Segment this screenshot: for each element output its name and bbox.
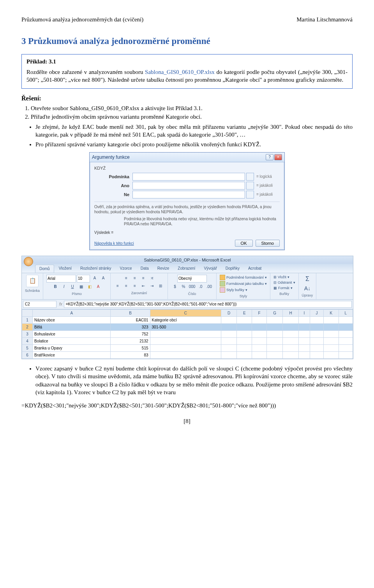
cell[interactable] — [266, 352, 283, 359]
cancel-button[interactable]: Storno — [256, 240, 280, 247]
cell[interactable] — [150, 352, 221, 359]
ribbon-tab-rozložení stránky[interactable]: Rozložení stránky — [76, 265, 115, 273]
col-header-G[interactable]: G — [266, 310, 283, 317]
delete-cells-label[interactable]: Odstranit — [278, 280, 292, 285]
col-header-F[interactable]: F — [252, 310, 267, 317]
font-size-select[interactable] — [77, 275, 90, 283]
cell[interactable] — [283, 331, 298, 338]
cell[interactable] — [298, 317, 310, 324]
format-table-label[interactable]: Formátovat jako tabulku — [226, 281, 264, 286]
cell[interactable] — [283, 324, 298, 331]
cell[interactable] — [266, 331, 283, 338]
cell[interactable]: 2132 — [111, 338, 150, 345]
thousands-icon[interactable]: 000 — [188, 283, 196, 290]
cell-styles-icon[interactable] — [220, 287, 225, 293]
cell[interactable]: 752 — [111, 331, 150, 338]
ribbon-tab-vývojář[interactable]: Vývojář — [200, 265, 221, 273]
col-header-H[interactable]: H — [283, 310, 298, 317]
cell[interactable] — [298, 324, 310, 331]
cell[interactable]: Název obce — [33, 317, 111, 324]
align-bottom-icon[interactable]: ≡ — [139, 275, 147, 282]
cell[interactable] — [221, 317, 237, 324]
bold-button[interactable]: B — [51, 283, 59, 290]
cell[interactable] — [266, 317, 283, 324]
cell[interactable] — [237, 345, 252, 352]
ano-input[interactable] — [132, 182, 245, 190]
underline-button[interactable]: U — [69, 283, 76, 290]
dec-decimal-icon[interactable]: .00 — [205, 283, 213, 290]
cell[interactable] — [298, 345, 310, 352]
ref-button-1[interactable] — [246, 173, 254, 181]
align-right-icon[interactable]: ≡ — [131, 283, 139, 290]
shrink-font-icon[interactable]: A — [99, 275, 107, 282]
cell[interactable] — [339, 338, 353, 345]
col-header-C[interactable]: C — [150, 310, 221, 317]
indent-inc-icon[interactable]: ⇥ — [148, 283, 156, 290]
ok-button[interactable]: OK — [235, 240, 253, 247]
cell[interactable] — [221, 345, 237, 352]
row-header[interactable]: 3 — [22, 331, 33, 338]
cell[interactable]: Branka u Opavy — [33, 345, 111, 352]
cell[interactable] — [323, 331, 339, 338]
col-header-I[interactable]: I — [298, 310, 310, 317]
inc-decimal-icon[interactable]: .0 — [197, 283, 205, 290]
orientation-icon[interactable]: ⤭ — [148, 275, 156, 282]
cell[interactable] — [310, 345, 324, 352]
row-header[interactable]: 4 — [22, 338, 33, 345]
percent-icon[interactable]: % — [180, 283, 187, 290]
cell[interactable] — [323, 317, 339, 324]
ref-button-3[interactable] — [246, 191, 254, 198]
currency-icon[interactable]: $ — [171, 283, 179, 290]
col-header-J[interactable]: J — [310, 310, 324, 317]
fx-icon[interactable]: fx — [59, 302, 62, 307]
cell[interactable] — [266, 338, 283, 345]
help-link[interactable]: Nápověda k této funkci — [94, 241, 134, 246]
ribbon-tab-data[interactable]: Data — [137, 265, 153, 273]
cell[interactable] — [150, 331, 221, 338]
cell[interactable]: 515 — [111, 345, 150, 352]
name-box[interactable]: C2 — [23, 301, 56, 308]
ribbon-tab-doplňky[interactable]: Doplňky — [222, 265, 243, 273]
format-cells-label[interactable]: Formát — [278, 286, 289, 290]
close-icon[interactable]: × — [274, 154, 282, 160]
format-table-icon[interactable] — [220, 281, 225, 286]
cell[interactable] — [252, 352, 267, 359]
cell[interactable] — [237, 338, 252, 345]
cell[interactable] — [237, 317, 252, 324]
cell[interactable]: Bělá — [33, 324, 111, 331]
cell[interactable] — [150, 338, 221, 345]
cell[interactable] — [339, 331, 353, 338]
cell[interactable]: 301-500 — [150, 324, 221, 331]
cell[interactable] — [310, 352, 324, 359]
cell[interactable] — [310, 338, 324, 345]
col-header-E[interactable]: E — [237, 310, 252, 317]
cell[interactable] — [310, 331, 324, 338]
cell[interactable] — [339, 352, 353, 359]
cell[interactable] — [221, 324, 237, 331]
row-header[interactable]: 2 — [22, 324, 33, 331]
worksheet[interactable]: ABCDEFGHIJKL 1Název obceEAC01Kategorie o… — [22, 309, 353, 359]
cell[interactable] — [237, 331, 252, 338]
row-header[interactable]: 1 — [22, 317, 33, 324]
cell[interactable]: 83 — [111, 352, 150, 359]
col-header-B[interactable]: B — [111, 310, 150, 317]
merge-icon[interactable]: ⊞ — [157, 283, 164, 290]
cell[interactable] — [323, 324, 339, 331]
cell[interactable] — [221, 352, 237, 359]
ribbon-tab-vložení[interactable]: Vložení — [55, 265, 76, 273]
italic-button[interactable]: I — [60, 283, 68, 290]
cell[interactable] — [323, 338, 339, 345]
cell[interactable] — [237, 352, 252, 359]
align-left-icon[interactable]: ≡ — [114, 283, 122, 290]
ribbon-tab-domů[interactable]: Domů — [35, 265, 54, 273]
cell[interactable] — [283, 352, 298, 359]
insert-cells-label[interactable]: Vložit — [278, 275, 286, 279]
ribbon-tab-vzorce[interactable]: Vzorce — [116, 265, 136, 273]
sort-filter-icon[interactable]: A↓ — [304, 285, 310, 292]
cell[interactable] — [298, 331, 310, 338]
cell[interactable] — [237, 324, 252, 331]
cell[interactable] — [150, 345, 221, 352]
formula-bar[interactable]: =KDYŽ(B2<301;"nejvýše 300";KDYŽ(B2<501;"… — [64, 301, 352, 308]
cell[interactable] — [298, 338, 310, 345]
cell[interactable] — [283, 345, 298, 352]
